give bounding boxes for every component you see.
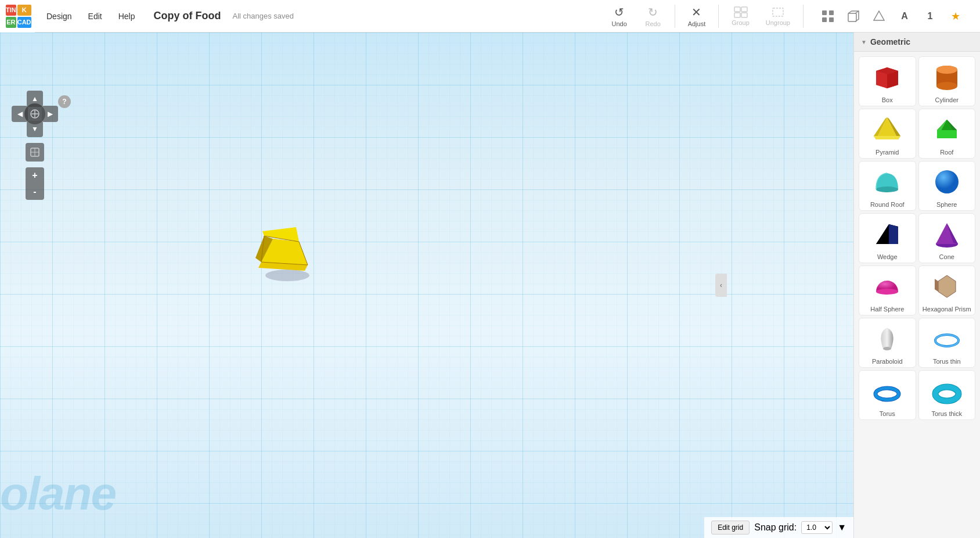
menu-help[interactable]: Help [111,8,142,24]
logo: TIN K ER CAD [0,0,35,33]
redo-button[interactable]: ↻ Redo [639,3,668,30]
torus-thick-icon [930,374,964,408]
torus-thin-label: Torus thin [933,358,961,365]
shapes-grid: Box Cylinder [854,52,980,425]
shape-button[interactable] [869,6,889,27]
svg-rect-2 [734,13,740,17]
save-status: All changes saved [228,12,299,20]
shape-cylinder[interactable]: Cylinder [918,56,976,106]
bottom-bar: Edit grid Snap grid: 1.0 0.5 0.25 2.0 ▼ [704,517,853,538]
shape-box[interactable]: Box [859,56,916,106]
adjust-label: Adjust [688,20,706,27]
sphere-icon [930,165,964,199]
view-controls: ▲ ◀ ▶ ▼ + - [12,91,58,200]
svg-point-32 [936,82,957,90]
toolbar-separator-1 [675,5,675,28]
3d-view-button[interactable] [843,6,864,27]
shape-torus-thick[interactable]: Torus thick [918,370,976,420]
group-button[interactable]: Group [726,4,755,28]
adjust-button[interactable]: ✕ Adjust [682,3,712,30]
svg-rect-9 [848,13,856,21]
cylinder-label: Cylinder [935,96,959,103]
svg-point-43 [876,186,898,192]
svg-point-57 [883,347,891,350]
zoom-out-button[interactable]: - [26,184,44,200]
nav-right-button[interactable]: ▶ [42,106,58,122]
shape-paraboloid[interactable]: Paraboloid [859,318,916,368]
shape-round-roof[interactable]: Round Roof [859,161,916,211]
logo-tin: TIN [6,5,16,16]
zoom-control: + - [26,167,44,200]
project-title[interactable]: Copy of Food [147,10,228,22]
hexagonal-prism-label: Hexagonal Prism [923,306,971,313]
svg-rect-6 [829,10,834,15]
panel-title: Geometric [870,37,910,46]
half-sphere-icon [870,270,904,303]
shape-hexagonal-prism[interactable]: Hexagonal Prism [918,266,976,315]
torus-thick-label: Torus thick [931,410,962,417]
svg-point-14 [265,270,309,281]
logo-cad: CAD [17,17,31,28]
shape-cone[interactable]: Cone [918,213,976,263]
shape-pyramid[interactable]: Pyramid [859,109,916,159]
menu-bar: Design Edit Help [35,8,147,24]
help-button[interactable]: ? [58,95,71,108]
logo-k: K [17,5,31,16]
shape-torus-thin[interactable]: Torus thin [918,318,976,368]
grid-view-button[interactable] [817,6,838,27]
roof-label: Roof [940,149,953,156]
ungroup-icon [771,6,785,18]
hexagonal-prism-icon [930,270,964,303]
menu-design[interactable]: Design [39,8,79,24]
nav-down-button[interactable]: ▼ [27,121,43,137]
toolbar-separator-3 [803,5,804,28]
svg-marker-48 [889,224,898,244]
shape-half-sphere[interactable]: Half Sphere [859,266,916,315]
cone-label: Cone [939,253,954,260]
panel-toggle-button[interactable]: ‹ [715,274,727,297]
wedge-label: Wedge [877,253,898,260]
star-button[interactable]: ★ [945,6,966,27]
svg-rect-0 [734,7,740,12]
shape-roof[interactable]: Roof [918,109,976,159]
3d-object[interactable] [250,213,319,288]
shape-sphere[interactable]: Sphere [918,161,976,211]
redo-label: Redo [645,20,660,27]
svg-marker-42 [937,130,957,138]
group-label: Group [732,19,750,26]
canvas-area[interactable]: ? ▲ ◀ ▶ ▼ + - [0,33,853,538]
torus-thin-icon [930,322,964,356]
menu-edit[interactable]: Edit [81,8,109,24]
wedge-icon [870,217,904,251]
zoom-in-button[interactable]: + [26,167,44,184]
undo-button[interactable]: ↺ Undo [605,3,634,30]
object-svg [250,213,325,282]
logo-er: ER [6,17,16,28]
pyramid-label: Pyramid [875,149,899,156]
toolbar-separator-2 [718,5,719,28]
edit-grid-button[interactable]: Edit grid [711,521,750,535]
number-button[interactable]: 1 [920,6,941,27]
sphere-label: Sphere [936,201,957,208]
shape-torus[interactable]: Torus [859,370,916,420]
view-reset-button[interactable] [26,143,44,162]
svg-marker-56 [935,279,938,292]
svg-rect-5 [822,10,827,15]
redo-icon: ↻ [648,5,658,19]
shape-wedge[interactable]: Wedge [859,213,916,263]
snap-grid-select[interactable]: 1.0 0.5 0.25 2.0 [801,521,833,534]
undo-icon: ↺ [614,5,624,19]
panel-header: ▼ Geometric [854,33,980,52]
adjust-icon: ✕ [691,5,701,19]
box-icon [870,60,904,94]
snap-grid-label: Snap grid: [754,522,797,533]
box-label: Box [882,96,893,103]
topbar: TIN K ER CAD Design Edit Help Copy of Fo… [0,0,980,33]
ungroup-button[interactable]: Ungroup [760,4,796,28]
svg-marker-37 [874,136,900,139]
cone-icon [930,217,964,251]
svg-point-59 [935,335,959,346]
paraboloid-icon [870,322,904,356]
text-button[interactable]: A [894,6,915,27]
pyramid-icon [870,113,904,146]
